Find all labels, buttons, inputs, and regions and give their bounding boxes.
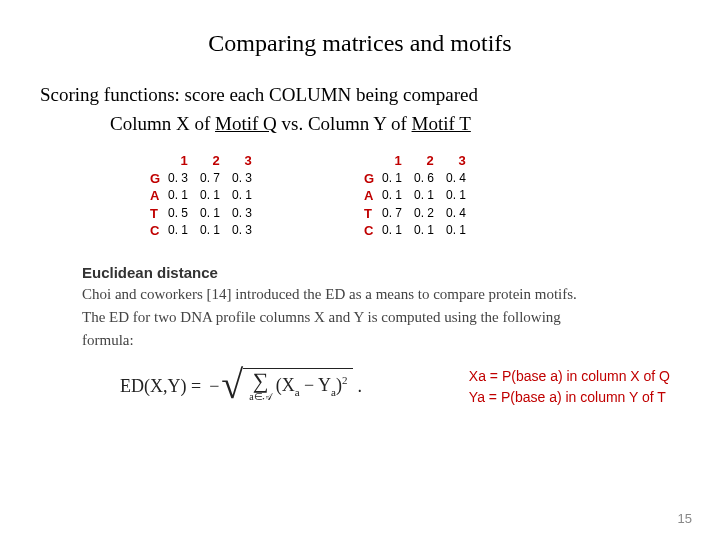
- matrix-q: 1 2 3 G 0. 3 0. 7 0. 3 A 0. 1 0. 1 0. 1 …: [150, 152, 264, 240]
- cell: 0. 1: [200, 187, 232, 205]
- formula-row: ED(X,Y) = − √ ∑ a∈𝒜 (Xa − Ya)2 . Xa = P(…: [120, 366, 680, 407]
- sqrt-icon: √ ∑ a∈𝒜 (Xa − Ya)2: [221, 368, 353, 405]
- text-fragment: vs. Column Y of: [277, 113, 412, 134]
- matrix-t: 1 2 3 G 0. 1 0. 6 0. 4 A 0. 1 0. 1 0. 1 …: [364, 152, 478, 240]
- superscript: 2: [342, 374, 348, 386]
- formula-neg: −: [209, 376, 219, 397]
- cell: 0. 1: [168, 222, 200, 240]
- sum-subscript: a∈𝒜: [249, 392, 271, 402]
- cell: 0. 1: [200, 222, 232, 240]
- radicand: ∑ a∈𝒜 (Xa − Ya)2: [243, 368, 353, 405]
- col-header: 3: [232, 152, 264, 170]
- col-header: 1: [382, 152, 414, 170]
- scoring-line-1: Scoring functions: score each COLUMN bei…: [40, 81, 680, 110]
- cell: 0. 1: [446, 187, 478, 205]
- cell: 0. 4: [446, 205, 478, 223]
- legend-line: Ya = P(base a) in column Y of T: [469, 387, 670, 407]
- cell: 0. 4: [446, 170, 478, 188]
- formula-legend: Xa = P(base a) in column X of Q Ya = P(b…: [469, 366, 670, 407]
- text-fragment: Column X of: [110, 113, 215, 134]
- text-fragment: − Y: [300, 375, 331, 395]
- ed-heading: Euclidean distance: [82, 264, 680, 281]
- row-header: C: [150, 222, 168, 240]
- cell: 0. 3: [232, 170, 264, 188]
- cell: 0. 7: [200, 170, 232, 188]
- scoring-description: Scoring functions: score each COLUMN bei…: [40, 81, 680, 138]
- text-fragment: (X: [276, 375, 295, 395]
- formula-lhs: ED(X,Y) =: [120, 376, 201, 397]
- page-title: Comparing matrices and motifs: [40, 30, 680, 57]
- slide: Comparing matrices and motifs Scoring fu…: [0, 0, 720, 540]
- motif-q-label: Motif Q: [215, 113, 277, 134]
- cell: 0. 1: [232, 187, 264, 205]
- sigma-icon: ∑ a∈𝒜: [249, 370, 271, 402]
- cell: 0. 3: [232, 222, 264, 240]
- formula-period: .: [357, 376, 362, 397]
- row-header: A: [364, 187, 382, 205]
- col-header: 1: [168, 152, 200, 170]
- matrix-tables: 1 2 3 G 0. 3 0. 7 0. 3 A 0. 1 0. 1 0. 1 …: [150, 152, 680, 240]
- row-header: T: [150, 205, 168, 223]
- cell: 0. 1: [200, 205, 232, 223]
- page-number: 15: [678, 511, 692, 526]
- ed-formula: ED(X,Y) = − √ ∑ a∈𝒜 (Xa − Ya)2 .: [120, 368, 362, 405]
- row-header: C: [364, 222, 382, 240]
- cell: 0. 1: [382, 170, 414, 188]
- col-header: 2: [414, 152, 446, 170]
- cell: 0. 5: [168, 205, 200, 223]
- cell: 0. 3: [232, 205, 264, 223]
- col-header: 3: [446, 152, 478, 170]
- row-header: G: [150, 170, 168, 188]
- cell: 0. 1: [446, 222, 478, 240]
- cell: 0. 1: [168, 187, 200, 205]
- cell: 0. 3: [168, 170, 200, 188]
- cell: 0. 2: [414, 205, 446, 223]
- scoring-line-2: Column X of Motif Q vs. Column Y of Moti…: [40, 110, 680, 139]
- motif-t-label: Motif T: [412, 113, 471, 134]
- cell: 0. 1: [414, 222, 446, 240]
- cell: 0. 1: [382, 187, 414, 205]
- ed-body-text: Choi and coworkers [14] introduced the E…: [82, 283, 582, 353]
- row-header: G: [364, 170, 382, 188]
- col-header: 2: [200, 152, 232, 170]
- euclidean-distance-block: Euclidean distance Choi and coworkers [1…: [40, 264, 680, 353]
- radical-icon: √: [221, 370, 243, 407]
- legend-line: Xa = P(base a) in column X of Q: [469, 366, 670, 386]
- cell: 0. 6: [414, 170, 446, 188]
- cell: 0. 1: [382, 222, 414, 240]
- cell: 0. 1: [414, 187, 446, 205]
- row-header: A: [150, 187, 168, 205]
- formula-body: (Xa − Ya)2: [276, 374, 348, 398]
- cell: 0. 7: [382, 205, 414, 223]
- row-header: T: [364, 205, 382, 223]
